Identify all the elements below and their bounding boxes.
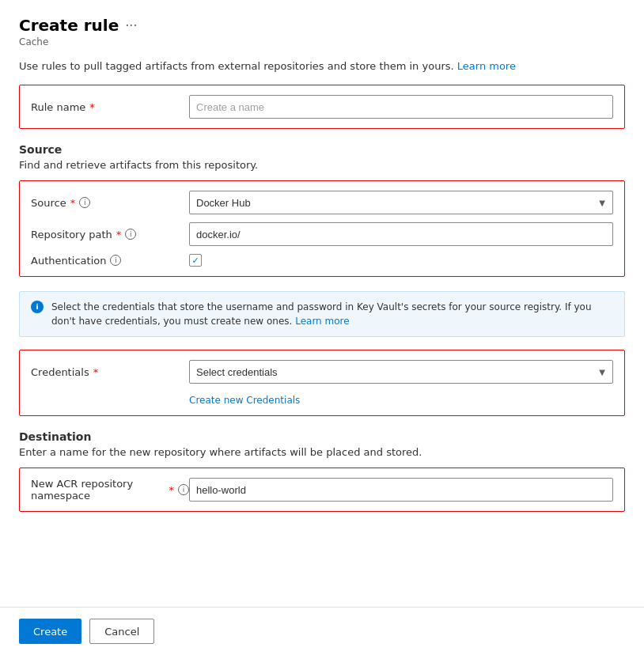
cancel-button[interactable]: Cancel <box>89 619 154 644</box>
destination-description: Enter a name for the new repository wher… <box>19 446 625 458</box>
namespace-label: New ACR repository namespace * i <box>31 478 189 502</box>
create-button[interactable]: Create <box>19 619 81 644</box>
source-select-wrapper: Docker Hub Other ▼ <box>189 191 613 214</box>
repo-path-info-icon[interactable]: i <box>125 229 136 240</box>
auth-info-icon[interactable]: i <box>110 255 121 266</box>
create-credentials-link[interactable]: Create new Credentials <box>189 395 300 406</box>
info-banner-icon: i <box>31 301 44 313</box>
auth-checkbox[interactable]: ✓ <box>189 254 202 267</box>
credentials-label: Credentials * <box>31 366 189 378</box>
credentials-info-banner: i Select the credentials that store the … <box>19 291 625 337</box>
repo-path-label: Repository path * i <box>31 229 189 240</box>
source-form-section: Source * i Docker Hub Other ▼ Repository… <box>19 180 625 277</box>
more-options-icon[interactable]: ··· <box>125 18 137 33</box>
source-info-icon[interactable]: i <box>79 197 90 208</box>
required-star-credentials: * <box>93 366 99 378</box>
rule-name-label: Rule name * <box>31 101 189 113</box>
source-description: Find and retrieve artifacts from this re… <box>19 159 625 171</box>
required-star-source: * <box>70 197 76 209</box>
repo-path-input[interactable] <box>189 222 613 246</box>
credentials-select-wrapper: Select credentials ▼ <box>189 360 613 384</box>
auth-label: Authentication i <box>31 255 189 267</box>
page-subtitle: Cache <box>19 36 625 47</box>
destination-heading: Destination <box>19 430 625 443</box>
learn-more-link-banner[interactable]: Learn more <box>295 316 349 327</box>
source-heading: Source <box>19 143 625 156</box>
credentials-section: Credentials * Select credentials ▼ Creat… <box>19 350 625 416</box>
required-star-namespace: * <box>169 484 175 496</box>
rule-name-input[interactable] <box>189 95 613 119</box>
page-title: Create rule <box>19 16 119 35</box>
auth-checkbox-wrapper: ✓ <box>189 254 202 267</box>
learn-more-link-top[interactable]: Learn more <box>457 60 516 72</box>
page-description: Use rules to pull tagged artifacts from … <box>19 60 625 72</box>
rule-name-section: Rule name * <box>19 85 625 129</box>
destination-form-section: New ACR repository namespace * i <box>19 468 625 512</box>
info-banner-text: Select the credentials that store the us… <box>51 300 613 328</box>
namespace-input[interactable] <box>189 478 613 502</box>
credentials-select[interactable]: Select credentials <box>189 360 613 384</box>
required-star: * <box>89 101 95 113</box>
checkmark-icon: ✓ <box>191 256 199 266</box>
source-select[interactable]: Docker Hub Other <box>189 191 613 214</box>
required-star-repo: * <box>116 229 122 240</box>
namespace-info-icon[interactable]: i <box>178 484 189 495</box>
footer: Create Cancel <box>0 607 644 655</box>
source-label: Source * i <box>31 197 189 209</box>
